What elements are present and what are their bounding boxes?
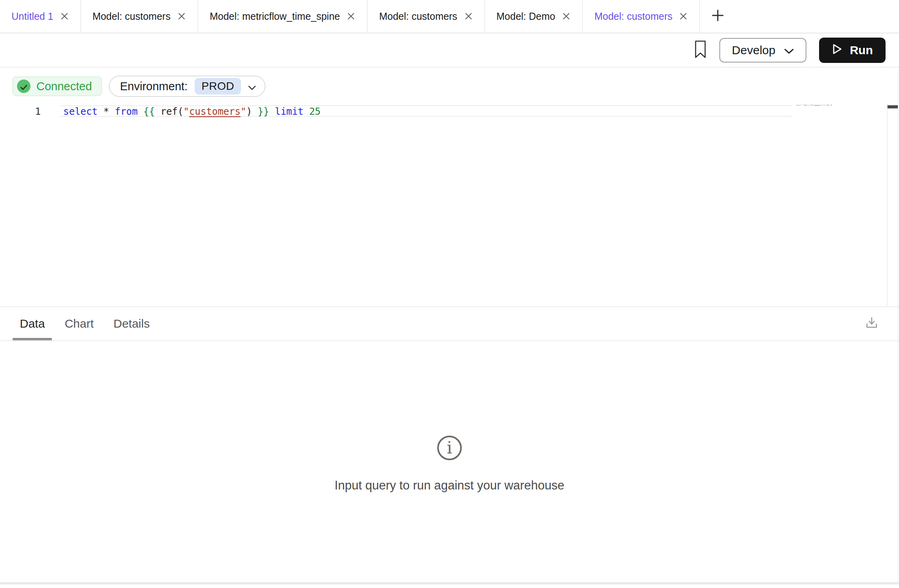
code-token: limit bbox=[275, 106, 303, 117]
results-tab-bar: Data Chart Details bbox=[0, 307, 899, 341]
minimap-token: from bbox=[803, 104, 806, 106]
right-edge-divider bbox=[898, 70, 898, 586]
tab-data-label: Data bbox=[20, 317, 45, 330]
connection-status-row: Connected Environment: PROD bbox=[12, 76, 266, 97]
code-token: ) bbox=[246, 106, 258, 117]
minimap-token: customers bbox=[814, 104, 821, 106]
bookmark-icon bbox=[694, 40, 707, 61]
code-token: " bbox=[183, 106, 189, 117]
code-token bbox=[98, 106, 103, 117]
download-icon bbox=[864, 315, 879, 332]
tab-model-metricflow-time-spine[interactable]: Model: metricflow_time_spine bbox=[198, 0, 368, 32]
connected-badge: Connected bbox=[12, 76, 102, 96]
tab-label: Model: metricflow_time_spine bbox=[210, 11, 340, 22]
code-token: }} bbox=[258, 106, 269, 117]
play-icon bbox=[832, 43, 843, 58]
download-results-button[interactable] bbox=[864, 315, 879, 332]
code-token: " bbox=[241, 106, 246, 117]
tab-details-label: Details bbox=[114, 317, 150, 330]
code-token: 25 bbox=[309, 106, 321, 117]
close-icon[interactable] bbox=[347, 12, 355, 21]
close-icon[interactable] bbox=[562, 12, 571, 21]
code-token: select bbox=[63, 106, 98, 117]
tab-label: Untitled 1 bbox=[11, 11, 53, 22]
new-tab-button[interactable] bbox=[700, 0, 736, 32]
close-icon[interactable] bbox=[177, 12, 186, 21]
tab-untitled-1[interactable]: Untitled 1 bbox=[0, 0, 81, 32]
tab-data[interactable]: Data bbox=[13, 307, 52, 340]
tab-chart-label: Chart bbox=[64, 317, 93, 330]
close-icon[interactable] bbox=[60, 12, 69, 21]
tab-chart[interactable]: Chart bbox=[57, 307, 101, 340]
minimap-token: ref( bbox=[809, 104, 813, 106]
editor-minimap[interactable]: select * from {{ ref("customers") }} lim… bbox=[796, 104, 832, 106]
sql-editor[interactable]: Connected Environment: PROD 1 select * f… bbox=[0, 68, 899, 307]
minimap-token: 25 bbox=[831, 104, 832, 106]
code-token: ref( bbox=[155, 106, 183, 117]
code-line[interactable]: select * from {{ ref("customers") }} lim… bbox=[63, 105, 321, 118]
close-icon[interactable] bbox=[679, 12, 688, 21]
plus-icon bbox=[711, 9, 725, 24]
ref-model-link[interactable]: customers bbox=[189, 106, 241, 117]
minimap-token: select bbox=[796, 104, 801, 106]
develop-label: Develop bbox=[732, 44, 776, 57]
code-token bbox=[303, 106, 309, 117]
results-panel: i Input query to run against your wareho… bbox=[0, 341, 899, 582]
connection-ok-circle bbox=[17, 80, 30, 93]
code-token bbox=[109, 106, 115, 117]
code-token: * bbox=[103, 106, 109, 117]
run-button[interactable]: Run bbox=[819, 38, 886, 63]
connected-label: Connected bbox=[36, 80, 92, 93]
tab-details[interactable]: Details bbox=[106, 307, 157, 340]
tab-model-customers-3[interactable]: Model: customers bbox=[583, 0, 700, 32]
bottom-edge-strip bbox=[0, 582, 899, 584]
environment-value-badge: PROD bbox=[195, 78, 241, 95]
tab-label: Model: customers bbox=[379, 11, 457, 22]
run-label: Run bbox=[850, 44, 873, 57]
code-token: from bbox=[115, 106, 138, 117]
code-token bbox=[269, 106, 275, 117]
empty-state-message: Input query to run against your warehous… bbox=[335, 478, 565, 493]
environment-selector[interactable]: Environment: PROD bbox=[109, 76, 266, 97]
chevron-down-icon bbox=[248, 80, 256, 93]
scrollbar-track[interactable] bbox=[887, 104, 888, 306]
ide-window: Untitled 1 Model: customers Model: metri… bbox=[0, 0, 899, 588]
tab-model-customers-1[interactable]: Model: customers bbox=[81, 0, 198, 32]
editor-tab-bar: Untitled 1 Model: customers Model: metri… bbox=[0, 0, 899, 34]
scrollbar-thumb[interactable] bbox=[888, 105, 898, 108]
code-token bbox=[138, 106, 143, 117]
close-icon[interactable] bbox=[464, 12, 473, 21]
svg-text:i: i bbox=[447, 438, 452, 457]
line-number: 1 bbox=[0, 105, 41, 118]
info-icon: i bbox=[436, 435, 463, 463]
chevron-down-icon bbox=[784, 44, 794, 57]
code-token: {{ bbox=[143, 106, 155, 117]
develop-dropdown-button[interactable]: Develop bbox=[719, 38, 806, 63]
tab-label: Model: Demo bbox=[497, 11, 556, 22]
minimap-token: limit bbox=[826, 104, 830, 106]
tab-label: Model: customers bbox=[594, 11, 672, 22]
environment-label: Environment: bbox=[120, 80, 188, 93]
check-icon bbox=[20, 80, 27, 93]
tab-label: Model: customers bbox=[93, 11, 171, 22]
tab-model-demo[interactable]: Model: Demo bbox=[485, 0, 583, 32]
bookmark-button[interactable] bbox=[694, 40, 707, 61]
toolbar: Develop Run bbox=[0, 34, 899, 68]
tab-model-customers-2[interactable]: Model: customers bbox=[368, 0, 485, 32]
